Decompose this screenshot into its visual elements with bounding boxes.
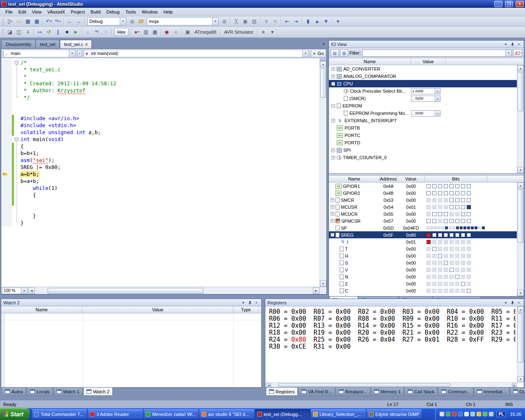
io-view-title-bar[interactable]: IO View ▾ × <box>329 41 524 48</box>
column-divider[interactable] <box>233 313 234 387</box>
bit-2-checkbox[interactable] <box>455 247 459 251</box>
registers-horizontal-scrollbar[interactable]: ◀ ▶ <box>265 382 517 387</box>
flat-view-toggle-icon[interactable]: ▥ <box>340 49 348 57</box>
chevron-down-icon[interactable]: ▾ <box>435 89 440 94</box>
column-header-address[interactable]: Address <box>380 176 397 182</box>
minimize-button[interactable]: _ <box>494 1 502 7</box>
bit-6-checkbox[interactable] <box>432 212 436 216</box>
bit-4-checkbox[interactable] <box>444 184 448 188</box>
doc-tab-disassembly[interactable]: Disassembly <box>2 40 35 48</box>
bit-5-checkbox[interactable] <box>438 219 442 223</box>
indicator-margin[interactable] <box>1 66 12 73</box>
code-line-12[interactable]: −int main(void) <box>1 136 320 143</box>
find-in-files-icon[interactable]: ◎ <box>128 17 137 26</box>
code-line-9[interactable]: #include <avr/io.h> <box>1 115 320 122</box>
code-editor[interactable]: −/* * test_sei.c * * Created: 2012-11-09… <box>1 58 326 287</box>
column-header-value[interactable]: Value <box>397 176 425 182</box>
doc-tab-test-sei[interactable]: test_sei <box>36 40 59 48</box>
bit-8-checkbox[interactable] <box>452 226 455 229</box>
hex-display-button[interactable]: Hex <box>114 28 129 36</box>
chevron-down-icon[interactable]: ▾ <box>21 288 27 294</box>
previous-bookmark-icon[interactable]: ▲ <box>313 17 322 26</box>
column-header-name[interactable]: Name <box>1 306 82 313</box>
value-combo[interactable]: .. 0x00▾ <box>411 96 441 102</box>
chevron-down-icon[interactable]: ▾ <box>69 50 75 57</box>
io-register-row-n[interactable]: N0x00 <box>329 273 517 280</box>
tab-list-dropdown-icon[interactable]: ▾ <box>320 41 327 47</box>
bit-4-checkbox[interactable] <box>444 254 448 258</box>
tray-icon-1[interactable] <box>440 412 444 416</box>
bit-7-checkbox[interactable] <box>427 275 431 279</box>
collapse-icon[interactable]: − <box>331 233 334 237</box>
code-line-4[interactable]: * Created: 2012-11-09 14:58:12 <box>1 80 320 87</box>
expand-icon[interactable]: + <box>331 119 335 123</box>
open-file-icon[interactable]: ▭ <box>14 17 23 26</box>
scroll-track[interactable] <box>320 67 326 281</box>
scroll-down-icon[interactable]: ▼ <box>517 376 524 382</box>
indicator-margin[interactable] <box>1 205 12 212</box>
menu-project[interactable]: Project <box>68 9 88 15</box>
indicator-margin[interactable] <box>1 199 12 205</box>
expand-icon[interactable]: + <box>331 212 334 216</box>
bit-0-checkbox[interactable] <box>467 261 471 265</box>
bit-1-checkbox[interactable] <box>461 240 465 244</box>
fold-margin[interactable] <box>14 115 20 122</box>
menu-tools[interactable]: Tools <box>123 9 139 15</box>
build-solution-icon[interactable]: ◫ <box>14 27 23 37</box>
breakpoints-window-icon[interactable]: ●▾ <box>132 27 142 37</box>
code-line-17[interactable]: a=b*b; <box>1 171 320 178</box>
splitter-handle[interactable] <box>320 58 326 61</box>
run-to-cursor-icon[interactable]: ↦ <box>35 27 44 37</box>
bit-6-checkbox[interactable] <box>432 254 436 258</box>
taskbar-button-library-selection[interactable]: Library_Selection_... <box>311 409 366 419</box>
code-line-1[interactable]: −/* <box>1 59 320 66</box>
bit-0-checkbox[interactable] <box>467 233 471 237</box>
scroll-track[interactable] <box>517 189 524 290</box>
navigate-backward-icon[interactable]: ← <box>65 17 74 26</box>
bit-2-checkbox[interactable] <box>455 240 459 244</box>
bit-9-checkbox[interactable] <box>449 226 452 229</box>
bit-1-checkbox[interactable] <box>461 282 465 286</box>
bit-3-checkbox[interactable] <box>450 240 454 244</box>
toolbar-grip[interactable] <box>2 29 4 35</box>
io-register-row-smcr[interactable]: +SMCR0x530x00 <box>329 196 517 203</box>
bit-0-checkbox[interactable] <box>467 275 471 279</box>
bit-2-checkbox[interactable] <box>455 219 459 223</box>
tab-comman[interactable]: Comman... <box>438 388 473 396</box>
tab-watch-2[interactable]: Watch 2 <box>83 388 113 396</box>
step-into-icon[interactable]: ↓ <box>83 27 92 37</box>
scroll-up-icon[interactable]: ▲ <box>517 65 524 71</box>
bit-3-checkbox[interactable] <box>450 254 454 258</box>
indent-icon[interactable]: ⇥ <box>292 17 301 26</box>
bit-3-checkbox[interactable] <box>450 261 454 265</box>
scroll-down-icon[interactable]: ▼ <box>517 167 524 173</box>
bit-2-checkbox[interactable] <box>455 275 459 279</box>
scroll-down-icon[interactable]: ▼ <box>320 281 326 287</box>
bit-6-checkbox[interactable] <box>432 289 436 293</box>
indicator-margin[interactable] <box>1 80 12 87</box>
bit-7-checkbox[interactable] <box>427 198 431 202</box>
column-header-type[interactable]: Type <box>233 306 259 313</box>
bit-15-checkbox[interactable] <box>427 226 429 229</box>
scroll-track[interactable] <box>272 383 511 387</box>
fold-toggle-icon[interactable]: − <box>15 137 18 141</box>
fold-margin[interactable] <box>14 122 20 129</box>
menu-view[interactable]: View <box>29 9 45 15</box>
tag-icon[interactable] <box>137 17 146 26</box>
search-combo[interactable]: moja▾ <box>147 17 219 25</box>
bit-0-checkbox[interactable] <box>467 282 471 286</box>
indicator-margin[interactable] <box>1 115 12 122</box>
collapse-icon[interactable]: − <box>331 104 335 108</box>
bit-1-checkbox[interactable] <box>461 212 465 216</box>
bit-5-checkbox[interactable] <box>463 226 466 229</box>
indicator-margin[interactable] <box>1 185 12 192</box>
scroll-up-icon[interactable]: ▲ <box>320 61 326 67</box>
bit-4-checkbox[interactable] <box>444 233 448 237</box>
scroll-left-icon[interactable]: ◀ <box>28 288 35 294</box>
bit-5-checkbox[interactable] <box>438 184 442 188</box>
bit-4-checkbox[interactable] <box>467 226 470 229</box>
scroll-track[interactable] <box>517 313 524 376</box>
bit-4-checkbox[interactable] <box>444 212 448 216</box>
code-line-20[interactable]: { <box>1 192 320 199</box>
bit-3-checkbox[interactable] <box>450 268 454 272</box>
